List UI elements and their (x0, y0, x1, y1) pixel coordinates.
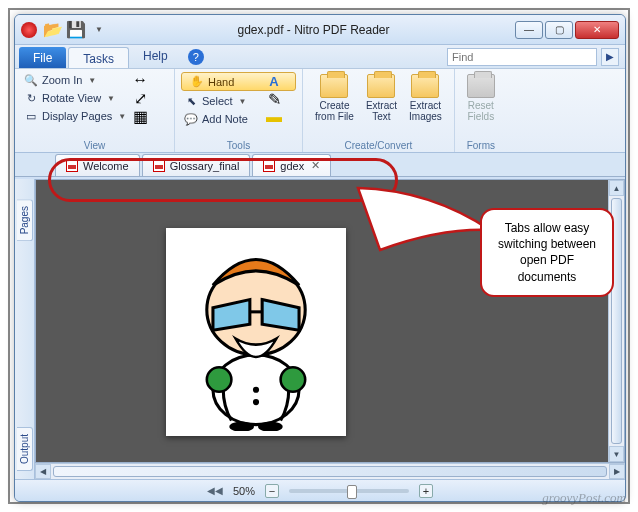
zoom-in-button[interactable]: + (419, 484, 433, 498)
create-label: Create from File (315, 100, 354, 122)
pages-icon: ▭ (24, 109, 38, 123)
rotate-label: Rotate View (42, 92, 101, 104)
find-wrap: ▶ (447, 45, 625, 68)
cartoon-image (174, 236, 338, 431)
zoom-out-button[interactable]: − (265, 484, 279, 498)
chevron-down-icon: ▼ (118, 112, 126, 121)
window-title: gdex.pdf - Nitro PDF Reader (112, 23, 515, 37)
pdf-icon (263, 160, 275, 172)
fit-page-icon[interactable]: ⤢ (133, 91, 147, 105)
titlebar: 📂 💾 ▼ gdex.pdf - Nitro PDF Reader — ▢ ✕ (15, 15, 625, 45)
ribbon-group-forms: Reset Fields Forms (455, 69, 507, 152)
annotation-callout: Tabs allow easy switching between open P… (480, 208, 614, 297)
add-note-label: Add Note (202, 113, 248, 125)
watermark: groovyPost.com (542, 490, 626, 506)
prev-page-button[interactable]: ◀◀ (207, 485, 223, 496)
find-next-button[interactable]: ▶ (601, 48, 619, 66)
help-icon[interactable]: ? (188, 49, 204, 65)
svg-point-6 (253, 399, 259, 405)
minimize-button[interactable]: — (515, 21, 543, 39)
reset-fields-button: Reset Fields (461, 72, 501, 124)
signature-icon[interactable]: ✎ (267, 92, 281, 106)
extract-images-label: Extract Images (409, 100, 442, 122)
display-pages-button[interactable]: ▭Display Pages▼ (21, 108, 129, 124)
tab-help[interactable]: Help (129, 45, 182, 68)
document-tabs: Welcome Glossary_final gdex✕ (15, 153, 625, 177)
doc-tab-gdex[interactable]: gdex✕ (252, 154, 331, 176)
highlight-icon[interactable]: ▬ (267, 110, 281, 124)
qat-open-button[interactable]: 📂 (43, 20, 63, 40)
zoom-slider[interactable] (289, 489, 409, 493)
zoom-in-button[interactable]: 🔍Zoom In▼ (21, 72, 129, 88)
chevron-down-icon: ▼ (239, 97, 247, 106)
zoom-in-label: Zoom In (42, 74, 82, 86)
extract-text-button[interactable]: Extract Text (360, 72, 403, 124)
app-icon (21, 22, 37, 38)
hand-label: Hand (208, 76, 234, 88)
rotate-icon: ↻ (24, 91, 38, 105)
group-label-forms: Forms (461, 138, 501, 151)
doc-tab-label: Welcome (83, 160, 129, 172)
output-panel-tab[interactable]: Output (17, 427, 33, 471)
group-label-view: View (21, 138, 168, 151)
group-label-create: Create/Convert (309, 138, 448, 151)
ribbon-group-view: 🔍Zoom In▼ ↻Rotate View▼ ▭Display Pages▼ … (15, 69, 175, 152)
page-layout-icon[interactable]: ▦ (133, 109, 147, 123)
display-pages-label: Display Pages (42, 110, 112, 122)
zoom-in-icon: 🔍 (24, 73, 38, 87)
pdf-page (166, 228, 346, 436)
file-menu-button[interactable]: File (19, 47, 66, 68)
maximize-button[interactable]: ▢ (545, 21, 573, 39)
note-icon: 💬 (184, 112, 198, 126)
doc-tab-welcome[interactable]: Welcome (55, 154, 140, 176)
doc-tab-glossary[interactable]: Glossary_final (142, 154, 251, 176)
text-tool-icon[interactable]: A (267, 74, 281, 88)
pages-panel-tab[interactable]: Pages (17, 199, 33, 241)
chevron-down-icon: ▼ (95, 25, 103, 34)
scroll-right-button[interactable]: ▶ (609, 464, 625, 479)
ribbon-group-create: Create from File Extract Text Extract Im… (303, 69, 455, 152)
pdf-icon (66, 160, 78, 172)
scroll-down-button[interactable]: ▼ (609, 446, 624, 462)
ribbon: 🔍Zoom In▼ ↻Rotate View▼ ▭Display Pages▼ … (15, 69, 625, 153)
qat-save-button[interactable]: 💾 (66, 20, 86, 40)
select-label: Select (202, 95, 233, 107)
svg-point-1 (207, 367, 232, 392)
close-tab-icon[interactable]: ✕ (311, 159, 320, 172)
ribbon-group-tools: ✋Hand ⬉Select▼ 💬Add Note A ✎ ▬ Tools (175, 69, 303, 152)
pdf-icon (153, 160, 165, 172)
folder-icon (320, 74, 348, 98)
cursor-icon: ⬉ (184, 94, 198, 108)
find-input[interactable] (447, 48, 597, 66)
scroll-left-button[interactable]: ◀ (35, 464, 51, 479)
outer-frame: 📂 💾 ▼ gdex.pdf - Nitro PDF Reader — ▢ ✕ … (8, 8, 630, 504)
hand-icon: ✋ (190, 75, 204, 88)
qat-dropdown[interactable]: ▼ (89, 20, 109, 40)
doc-tab-label: gdex (280, 160, 304, 172)
svg-point-2 (281, 367, 306, 392)
window-controls: — ▢ ✕ (515, 21, 619, 39)
tab-tasks[interactable]: Tasks (68, 47, 129, 68)
close-button[interactable]: ✕ (575, 21, 619, 39)
folder-open-icon: 📂 (46, 23, 60, 37)
extract-images-button[interactable]: Extract Images (403, 72, 448, 124)
horizontal-scrollbar[interactable]: ◀ ▶ (35, 463, 625, 479)
create-from-file-button[interactable]: Create from File (309, 72, 360, 124)
doc-tab-label: Glossary_final (170, 160, 240, 172)
callout-text: Tabs allow easy switching between open P… (498, 221, 596, 284)
folder-icon (411, 74, 439, 98)
save-icon: 💾 (69, 23, 83, 37)
zoom-value: 50% (233, 485, 255, 497)
scroll-up-button[interactable]: ▲ (609, 180, 624, 196)
fit-width-icon[interactable]: ↔ (133, 73, 147, 87)
scroll-thumb[interactable] (53, 466, 607, 477)
folder-icon (367, 74, 395, 98)
form-icon (467, 74, 495, 98)
extract-text-label: Extract Text (366, 100, 397, 122)
group-label-tools: Tools (181, 138, 296, 151)
chevron-down-icon: ▼ (107, 94, 115, 103)
rotate-view-button[interactable]: ↻Rotate View▼ (21, 90, 129, 106)
statusbar: ◀◀ 50% − + (15, 479, 625, 501)
svg-point-5 (253, 387, 259, 393)
left-sidebar: Pages Output (15, 179, 35, 479)
